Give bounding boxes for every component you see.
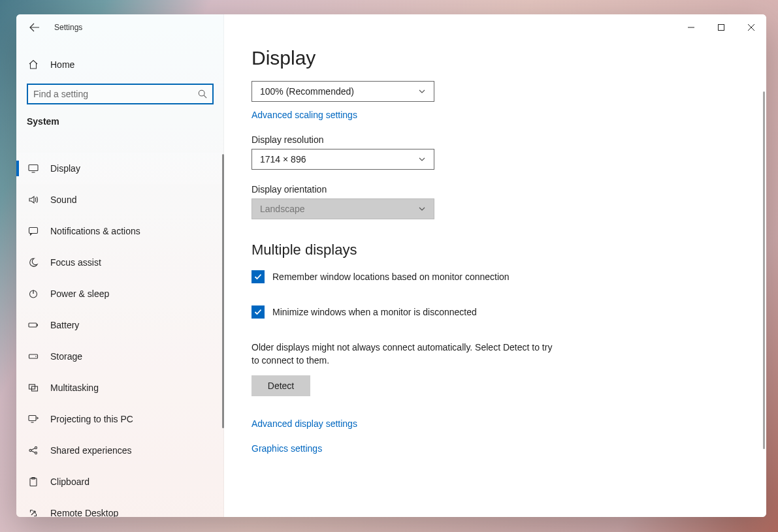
maximize-icon bbox=[718, 24, 724, 31]
home-icon bbox=[28, 59, 39, 70]
scale-dropdown[interactable]: 100% (Recommended) bbox=[251, 81, 434, 102]
minimize-windows-checkbox[interactable] bbox=[251, 305, 265, 319]
battery-icon bbox=[28, 320, 39, 330]
nav-item-power-sleep[interactable]: Power & sleep bbox=[16, 278, 224, 309]
svg-point-7 bbox=[35, 356, 37, 357]
nav-item-label: Remote Desktop bbox=[50, 508, 118, 517]
nav-item-multitasking[interactable]: Multitasking bbox=[16, 372, 224, 403]
svg-rect-4 bbox=[29, 323, 37, 327]
remember-locations-label: Remember window locations based on monit… bbox=[272, 272, 510, 282]
checkmark-icon bbox=[253, 307, 263, 317]
nav-item-label: Battery bbox=[50, 320, 79, 330]
svg-point-11 bbox=[29, 449, 31, 451]
search-icon bbox=[198, 89, 207, 99]
svg-rect-1 bbox=[29, 165, 38, 171]
app-title: Settings bbox=[54, 23, 82, 32]
nav-item-storage[interactable]: Storage bbox=[16, 341, 224, 372]
clipboard-icon bbox=[28, 477, 39, 487]
nav-item-label: Focus assist bbox=[50, 257, 101, 268]
chevron-down-icon bbox=[418, 155, 426, 163]
shared-icon bbox=[28, 445, 39, 456]
nav-item-display[interactable]: Display bbox=[16, 153, 224, 184]
nav-item-remote-desktop[interactable]: Remote Desktop bbox=[16, 497, 224, 517]
search-container bbox=[16, 84, 224, 104]
titlebar-left: Settings bbox=[16, 14, 224, 40]
nav-item-label: Shared experiences bbox=[50, 445, 132, 456]
close-icon bbox=[748, 24, 754, 31]
nav-item-notifications-actions[interactable]: Notifications & actions bbox=[16, 215, 224, 247]
storage-icon bbox=[28, 351, 39, 362]
section-header-system: System bbox=[16, 104, 224, 132]
window-controls bbox=[676, 14, 766, 40]
nav-item-shared-experiences[interactable]: Shared experiences bbox=[16, 435, 224, 466]
nav-item-focus-assist[interactable]: Focus assist bbox=[16, 247, 224, 278]
nav-item-label: Display bbox=[50, 163, 80, 174]
detect-button[interactable]: Detect bbox=[251, 375, 310, 396]
content-scrollbar[interactable] bbox=[763, 91, 765, 449]
minimize-windows-row: Minimize windows when a monitor is disco… bbox=[251, 305, 727, 319]
nav-item-label: Clipboard bbox=[50, 477, 89, 487]
multiple-displays-heading: Multiple displays bbox=[251, 242, 727, 258]
nav-home[interactable]: Home bbox=[16, 51, 224, 78]
nav-item-label: Multitasking bbox=[50, 383, 99, 393]
svg-point-13 bbox=[35, 452, 37, 454]
back-button[interactable] bbox=[28, 21, 41, 34]
multitask-icon bbox=[28, 383, 39, 393]
svg-rect-10 bbox=[29, 416, 36, 421]
chevron-down-icon bbox=[418, 87, 426, 95]
close-button[interactable] bbox=[736, 14, 766, 40]
remember-locations-checkbox[interactable] bbox=[251, 270, 265, 283]
nav-item-label: Power & sleep bbox=[50, 289, 109, 299]
minimize-button[interactable] bbox=[676, 14, 706, 40]
projecting-icon bbox=[28, 414, 39, 424]
remember-locations-row: Remember window locations based on monit… bbox=[251, 270, 727, 283]
orientation-dropdown: Landscape bbox=[251, 198, 434, 219]
minimize-windows-label: Minimize windows when a monitor is disco… bbox=[272, 307, 477, 317]
nav-item-projecting-to-this-pc[interactable]: Projecting to this PC bbox=[16, 403, 224, 435]
graphics-settings-link[interactable]: Graphics settings bbox=[251, 443, 322, 454]
search-input[interactable] bbox=[28, 89, 212, 99]
minimize-icon bbox=[688, 24, 694, 31]
monitor-icon bbox=[28, 163, 39, 174]
back-arrow-icon bbox=[29, 22, 40, 33]
svg-point-12 bbox=[35, 446, 37, 448]
nav-item-sound[interactable]: Sound bbox=[16, 184, 224, 215]
chevron-down-icon bbox=[418, 205, 426, 213]
scale-value: 100% (Recommended) bbox=[260, 86, 354, 97]
checkmark-icon bbox=[253, 272, 263, 281]
maximize-button[interactable] bbox=[706, 14, 736, 40]
remote-icon bbox=[28, 508, 39, 517]
sidebar: Settings Home System DisplaySoundNotific… bbox=[16, 14, 224, 517]
nav-item-label: Storage bbox=[50, 351, 82, 362]
orientation-value: Landscape bbox=[260, 204, 305, 214]
advanced-scaling-link[interactable]: Advanced scaling settings bbox=[251, 110, 357, 120]
nav-home-label: Home bbox=[50, 59, 74, 70]
settings-window: Settings Home System DisplaySoundNotific… bbox=[16, 14, 766, 517]
main-panel: Display 100% (Recommended) Advanced scal… bbox=[224, 14, 766, 517]
svg-rect-5 bbox=[37, 324, 39, 326]
nav-item-label: Sound bbox=[50, 195, 76, 205]
sound-icon bbox=[28, 195, 39, 205]
resolution-label: Display resolution bbox=[251, 134, 727, 145]
advanced-display-link[interactable]: Advanced display settings bbox=[251, 418, 357, 429]
nav-item-clipboard[interactable]: Clipboard bbox=[16, 466, 224, 497]
power-icon bbox=[28, 289, 39, 299]
detect-help-text: Older displays might not always connect … bbox=[251, 341, 559, 368]
search-box[interactable] bbox=[27, 84, 214, 104]
resolution-value: 1714 × 896 bbox=[260, 154, 306, 164]
nav-item-label: Projecting to this PC bbox=[50, 414, 133, 424]
page-content: 100% (Recommended) Advanced scaling sett… bbox=[224, 81, 766, 454]
orientation-label: Display orientation bbox=[251, 184, 727, 195]
nav-item-label: Notifications & actions bbox=[50, 226, 140, 236]
moon-icon bbox=[28, 257, 39, 268]
nav-list: DisplaySoundNotifications & actionsFocus… bbox=[16, 153, 224, 517]
svg-rect-16 bbox=[719, 25, 724, 31]
nav-item-battery[interactable]: Battery bbox=[16, 309, 224, 341]
svg-point-0 bbox=[199, 90, 204, 96]
svg-rect-2 bbox=[29, 228, 38, 234]
notification-icon bbox=[28, 226, 39, 236]
resolution-dropdown[interactable]: 1714 × 896 bbox=[251, 149, 434, 170]
